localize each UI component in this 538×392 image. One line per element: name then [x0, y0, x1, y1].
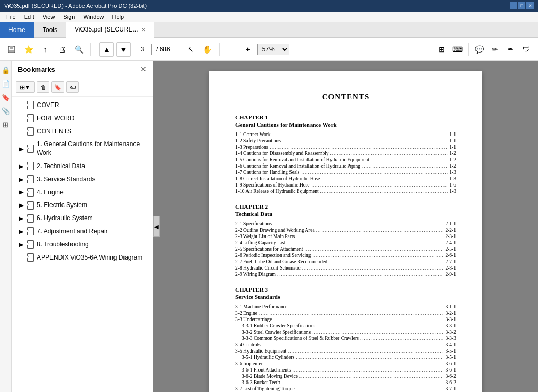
- paperclip-icon[interactable]: 📎: [1, 106, 11, 116]
- toc-entry-page: 2-4-1: [445, 240, 456, 245]
- toc-entry-dots: ........................................…: [330, 151, 448, 156]
- bookmark-cover[interactable]: ▶ COVER: [12, 99, 153, 112]
- toc-entry-text: 3-5-1 Hydraulic Cylinders: [242, 355, 294, 360]
- pages-icon[interactable]: 📄: [1, 79, 11, 88]
- toc-entry-page: 3-6-1: [445, 361, 456, 366]
- search-bookmark-btn[interactable]: 🔖: [51, 81, 64, 93]
- expand-chapter3[interactable]: ▶: [18, 176, 25, 183]
- close-button[interactable]: ✕: [526, 2, 534, 9]
- print-button[interactable]: 🖨: [55, 42, 69, 57]
- toc-entry-text: 1-1 Correct Work: [235, 132, 271, 137]
- page-number-input[interactable]: 3: [133, 44, 152, 55]
- menu-window[interactable]: Window: [79, 13, 108, 21]
- tab-close-icon[interactable]: ✕: [141, 27, 146, 33]
- delete-bookmark-btn[interactable]: 🗑: [37, 81, 49, 93]
- expand-chapter5[interactable]: ▶: [18, 202, 25, 209]
- toc-entry-page: 1-1: [449, 138, 456, 143]
- keyboard-button[interactable]: ⌨: [450, 42, 465, 57]
- protect-button[interactable]: 🛡: [519, 42, 534, 57]
- toc-entry: 2-1 Specifications......................…: [235, 221, 456, 226]
- bookmarks-strip-icon[interactable]: 🔖: [1, 92, 11, 102]
- save-button[interactable]: [4, 42, 19, 57]
- toc-entry-text: 3-1 Machine Performance: [235, 304, 287, 310]
- expand-chapter4[interactable]: ▶: [18, 189, 25, 196]
- comment-button[interactable]: 💬: [472, 42, 487, 57]
- title-bar: ViO35.pdf (SECURED) - Adobe Acrobat Pro …: [0, 0, 538, 12]
- zoom-in-button[interactable]: +: [241, 42, 255, 57]
- next-page-button[interactable]: ▼: [116, 42, 131, 57]
- toc-entry-page: 2-5-1: [445, 246, 456, 252]
- menu-file[interactable]: File: [2, 13, 20, 21]
- bookmark-chapter6[interactable]: ▶ 6. Hydraulic System: [12, 212, 153, 225]
- toc-entry: 1-10 Air Release of Hydraulic Equipment.…: [235, 189, 456, 194]
- expand-chapter2[interactable]: ▶: [18, 162, 25, 170]
- toc-entry: 3-2 Engine..............................…: [235, 311, 456, 316]
- sidebar-close-button[interactable]: ✕: [140, 65, 147, 74]
- new-bookmark-btn[interactable]: ⊞▼: [16, 81, 35, 93]
- tab-document[interactable]: ViO35.pdf (SECURE... ✕: [66, 22, 154, 38]
- menu-sign[interactable]: Sign: [59, 13, 79, 21]
- toc-entry-text: 2-3 Weight List of Main Parts: [235, 234, 295, 239]
- bookmark-chapter7[interactable]: ▶ 7. Adjustment and Repair: [12, 225, 153, 238]
- bookmark-contents[interactable]: ▶ CONTENTS: [12, 125, 153, 138]
- bookmark-appendix[interactable]: ▶ APPENDIX ViO35-6A Wiring Diagram: [12, 251, 153, 264]
- bookmark-icon-ch5: [26, 201, 34, 210]
- hand-tool[interactable]: ✋: [200, 42, 215, 57]
- sign-button[interactable]: ✒: [503, 42, 518, 57]
- collapse-handle[interactable]: ◀: [153, 216, 160, 237]
- tab-tools-label: Tools: [43, 26, 57, 34]
- layers-icon[interactable]: ⊞: [1, 120, 11, 129]
- search-button[interactable]: 🔍: [71, 42, 86, 57]
- tab-tools[interactable]: Tools: [34, 22, 66, 38]
- menu-help[interactable]: Help: [108, 13, 129, 21]
- ch2-title: Technical Data: [235, 211, 456, 217]
- menu-view[interactable]: View: [38, 13, 59, 21]
- bookmark-foreword[interactable]: ▶ FOREWORD: [12, 112, 153, 125]
- toc-entry-page: 1-3: [449, 170, 456, 175]
- sep-4: [468, 43, 469, 56]
- toc-entry-text: 1-3 Preparations: [235, 145, 268, 150]
- ch3-title: Service Standards: [235, 294, 456, 300]
- pdf-viewer[interactable]: ◀ CONTENTS CHAPTER 1 General Cautions fo…: [153, 61, 538, 392]
- bookmark-label-foreword: FOREWORD: [37, 114, 74, 123]
- svg-rect-1: [10, 46, 13, 49]
- bookmark-chapter3[interactable]: ▶ 3. Service Standards: [12, 173, 153, 186]
- expand-chapter7[interactable]: ▶: [18, 228, 25, 235]
- bookmark-chapter5[interactable]: ▶ 5. Electric System: [12, 199, 153, 212]
- maximize-button[interactable]: □: [518, 2, 525, 9]
- bookmark-chapter8[interactable]: ▶ 8. Troubleshooting: [12, 238, 153, 251]
- tab-home[interactable]: Home: [0, 22, 34, 38]
- toc-entry-page: 3-1-1: [445, 304, 456, 310]
- bookmark-label-ch2: 2. Technical Data: [37, 162, 85, 171]
- toolbar: ⭐ ↑ 🖨 🔍 ▲ ▼ 3 / 686 ↖ ✋ — + 57% 75% 100%…: [0, 38, 538, 61]
- toc-chapter1-entries: 1-1 Correct Work........................…: [235, 132, 456, 194]
- expand-chapter1[interactable]: ▶: [18, 145, 25, 152]
- upload-button[interactable]: ↑: [38, 42, 53, 57]
- toc-entry-page: 1-6: [449, 182, 456, 188]
- cursor-tool[interactable]: ↖: [183, 42, 198, 57]
- toc-entry-text: 3-3-2 Steel Crawler Specifications: [242, 329, 311, 335]
- expand-chapter6[interactable]: ▶: [18, 215, 25, 222]
- window-title: ViO35.pdf (SECURED) - Adobe Acrobat Pro …: [4, 3, 510, 9]
- bookmark-chapter1[interactable]: ▶ 1. General Cautions for Maintenance Wo…: [12, 138, 153, 160]
- page-display-button[interactable]: ⊞: [434, 42, 449, 57]
- expand-chapter8[interactable]: ▶: [18, 241, 25, 248]
- menu-edit[interactable]: Edit: [20, 13, 38, 21]
- toc-entry-dots: ........................................…: [262, 342, 444, 347]
- toc-entry-dots: ........................................…: [362, 163, 448, 169]
- bookmark-chapter2[interactable]: ▶ 2. Technical Data: [12, 160, 153, 173]
- highlight-button[interactable]: ✏: [488, 42, 502, 57]
- bookmark-label-ch3: 3. Service Standards: [37, 175, 95, 184]
- bookmark-chapter4[interactable]: ▶ 4. Engine: [12, 186, 153, 199]
- prev-page-button[interactable]: ▲: [99, 42, 114, 57]
- toc-entry-page: 3-5-1: [445, 355, 456, 360]
- minimize-button[interactable]: ─: [510, 2, 517, 9]
- toc-entry: 2-4 Lifting Capacity List...............…: [235, 240, 456, 245]
- zoom-out-button[interactable]: —: [224, 42, 239, 57]
- zoom-select[interactable]: 57% 75% 100% 125% 150%: [257, 44, 289, 55]
- expand-all-btn[interactable]: 🏷: [66, 81, 79, 93]
- toc-entry: 2-9 Wiring Diagram......................…: [235, 272, 456, 277]
- bookmark-icon-contents: [26, 127, 34, 136]
- toc-entry-dots: ........................................…: [301, 170, 448, 175]
- bookmark-button[interactable]: ⭐: [21, 42, 36, 57]
